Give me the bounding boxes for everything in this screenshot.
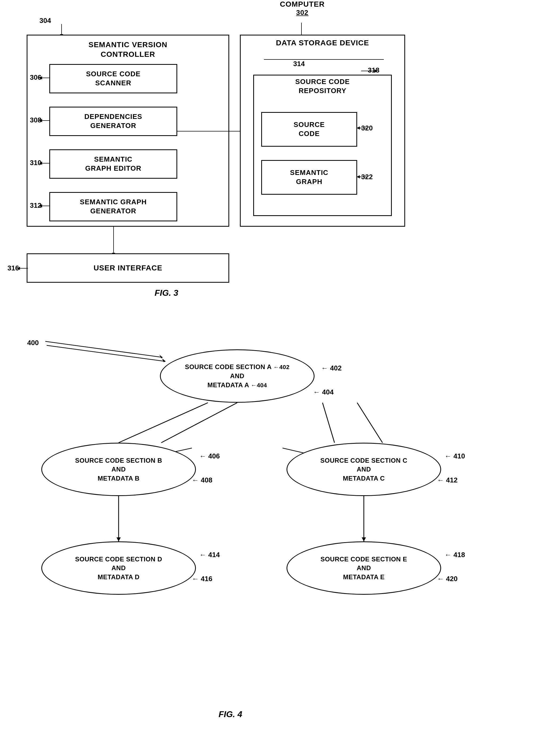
node-e: SOURCE CODE SECTION E AND METADATA E [286, 541, 441, 595]
deps-label: DEPENDENCIESGENERATOR [84, 112, 142, 130]
source-code-repo-label: SOURCE CODEREPOSITORY [253, 77, 392, 95]
node-a: SOURCE CODE SECTION A ←402 AND METADATA … [160, 349, 315, 403]
node-c: SOURCE CODE SECTION C AND METADATA C [286, 443, 441, 496]
semantic-graph-inner-label: SEMANTICGRAPH [290, 168, 328, 186]
arrow-306 [39, 78, 50, 78]
svg-line-0 [45, 341, 162, 357]
label-304: 304 [39, 16, 51, 25]
ref-416: ← 416 [192, 575, 213, 583]
arrow-320 [357, 128, 368, 128]
node-c-label: SOURCE CODE SECTION C AND METADATA C [320, 456, 408, 483]
svc-label: SEMANTIC VERSION CONTROLLER [27, 37, 229, 59]
node-d-label: SOURCE CODE SECTION D AND METADATA D [75, 555, 162, 582]
node-b: SOURCE CODE SECTION B AND METADATA B [41, 443, 196, 496]
ui-label: USER INTERFACE [94, 264, 162, 272]
svg-line-15 [357, 403, 382, 443]
svg-marker-17 [116, 537, 121, 541]
data-storage-label: DATA STORAGE DEVICE [240, 39, 405, 47]
arrow-310 [39, 163, 50, 164]
node-e-label: SOURCE CODE SECTION E AND METADATA E [320, 555, 407, 582]
svg-marker-19 [362, 537, 366, 541]
deps-box: DEPENDENCIESGENERATOR [49, 107, 177, 136]
ref-402: ← 402 [321, 364, 342, 372]
ref-406: ← 406 [199, 452, 220, 460]
ref-420: ← 420 [437, 575, 458, 583]
arrow-308 [39, 120, 50, 121]
svg-line-14 [323, 403, 334, 443]
ref-418: ← 418 [445, 551, 465, 559]
user-interface-box: USER INTERFACE [27, 253, 229, 283]
svg-line-20 [47, 345, 165, 361]
fig4-label: FIG. 4 [219, 709, 242, 719]
source-code-inner-box: SOURCECODE [261, 112, 357, 147]
svg-marker-21 [162, 358, 166, 362]
arrow-322 [357, 177, 368, 177]
sge-box: SEMANTICGRAPH EDITOR [49, 149, 177, 179]
fig3-label: FIG. 3 [154, 288, 178, 298]
computer-label: COMPUTER 302 [280, 0, 325, 17]
sgg-box: SEMANTIC GRAPHGENERATOR [49, 192, 177, 221]
scanner-label: SOURCE CODESCANNER [86, 70, 141, 88]
label-314: 314 [293, 60, 305, 68]
svg-line-12 [119, 403, 208, 443]
arrow-316 [17, 268, 28, 269]
semantic-graph-inner-box: SEMANTICGRAPH [261, 160, 357, 195]
ref-410: ← 410 [445, 452, 465, 460]
sgg-label: SEMANTIC GRAPHGENERATOR [80, 198, 147, 216]
scanner-box: SOURCE CODESCANNER [49, 64, 177, 93]
ref-404: ← 404 [313, 388, 334, 396]
node-a-label: SOURCE CODE SECTION A ←402 AND METADATA … [185, 362, 290, 389]
svg-line-13 [161, 403, 237, 443]
label-400: 400 [27, 339, 39, 347]
ref-408: ← 408 [192, 476, 213, 484]
vert-line-svc-ui [113, 227, 114, 253]
node-b-label: SOURCE CODE SECTION B AND METADATA B [75, 456, 162, 483]
data-storage-underline [264, 59, 384, 60]
ref-412: ← 412 [437, 476, 458, 484]
arrow-318 [361, 71, 377, 71]
node-d: SOURCE CODE SECTION D AND METADATA D [41, 541, 196, 595]
sge-label: SEMANTICGRAPH EDITOR [85, 155, 142, 173]
svg-marker-1 [159, 355, 162, 358]
computer-arrow [301, 23, 302, 36]
ref-414: ← 414 [199, 551, 220, 559]
arrow-304 [61, 24, 62, 35]
source-code-inner-label: SOURCECODE [293, 120, 325, 138]
arrow-312 [39, 206, 50, 206]
